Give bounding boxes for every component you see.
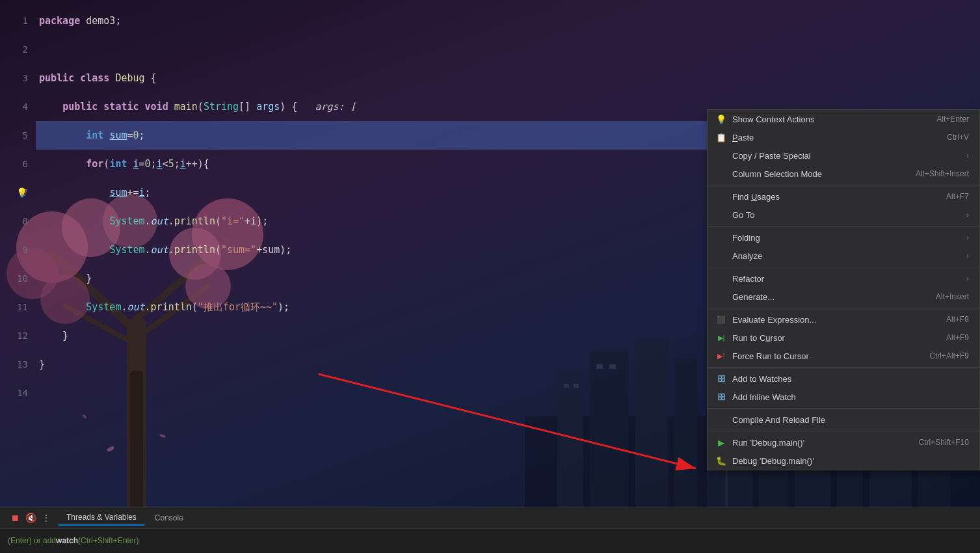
separator-3 <box>708 267 979 267</box>
go-to-label: Go To <box>732 210 754 220</box>
run-to-cursor-shortcut: Alt+F9 <box>946 333 969 342</box>
copy-paste-special-icon <box>715 150 727 161</box>
generate-icon <box>715 291 727 303</box>
menu-item-column-selection[interactable]: Column Selection Mode Alt+Shift+Insert <box>708 165 979 183</box>
debug-debug-main-label: Debug 'Debug.main()' <box>732 456 814 466</box>
bottom-icons[interactable]: ⏹ 🔇 ⋮ <box>5 512 56 524</box>
evaluate-icon: ⬛ <box>715 314 727 325</box>
copy-paste-special-arrow: › <box>966 152 969 159</box>
add-inline-watch-label: Add Inline Watch <box>732 392 796 402</box>
separator-6 <box>708 408 979 409</box>
column-selection-shortcut: Alt+Shift+Insert <box>916 169 969 178</box>
analyze-arrow: › <box>966 252 969 260</box>
menu-item-show-context-actions[interactable]: 💡 Show Context Actions Alt+Enter <box>708 110 979 128</box>
tab-console[interactable]: Console <box>147 511 191 525</box>
show-context-actions-shortcut: Alt+Enter <box>936 115 969 124</box>
line-number-1: 1 <box>0 7 28 35</box>
line-number-6: 6 <box>0 150 28 178</box>
line-number-2: 2 <box>0 35 28 64</box>
go-to-arrow: › <box>966 211 969 219</box>
run-debug-main-shortcut: Ctrl+Shift+F10 <box>919 438 969 447</box>
menu-item-run-to-cursor[interactable]: ▶| Run to Cursor Alt+F9 <box>708 329 979 347</box>
line-number-5: 5 <box>0 121 28 150</box>
folding-label: Folding <box>732 233 760 243</box>
context-menu[interactable]: 💡 Show Context Actions Alt+Enter 📋 Paste… <box>707 109 980 470</box>
line-number-10: 10 <box>0 264 28 293</box>
menu-item-refactor[interactable]: Refactor › <box>708 269 979 288</box>
refactor-label: Refactor <box>732 274 764 284</box>
copy-paste-special-label: Copy / Paste Special <box>732 151 811 161</box>
tab-threads-variables[interactable]: Threads & Variables <box>59 510 144 526</box>
status-text: (Enter) or add <box>8 536 56 545</box>
show-context-actions-label: Show Context Actions <box>732 115 814 124</box>
menu-item-debug-debug-main[interactable]: 🐛 Debug 'Debug.main()' <box>708 452 979 470</box>
evaluate-shortcut: Alt+F8 <box>946 315 969 324</box>
force-run-icon: ▶! <box>715 350 727 362</box>
go-to-icon <box>715 209 727 221</box>
line-number-13: 13 <box>0 350 28 379</box>
column-selection-label: Column Selection Mode <box>732 169 822 179</box>
separator-1 <box>708 185 979 185</box>
analyze-icon <box>715 250 727 262</box>
menu-item-find-usages[interactable]: Find Usages Alt+F7 <box>708 187 979 206</box>
code-line-2 <box>36 35 980 64</box>
run-to-cursor-icon: ▶| <box>715 332 727 344</box>
status-bold: watch <box>56 536 78 545</box>
menu-item-evaluate-expression[interactable]: ⬛ Evaluate Expression... Alt+F8 <box>708 310 979 329</box>
code-line-3: public class Debug { <box>36 64 980 92</box>
line-number-9: 9 <box>0 236 28 264</box>
force-run-label: Force Run to Cursor <box>732 351 809 361</box>
analyze-label: Analyze <box>732 251 762 261</box>
line-number-14: 14 <box>0 379 28 407</box>
menu-item-copy-paste-special[interactable]: Copy / Paste Special › <box>708 146 979 165</box>
bottom-tabs[interactable]: ⏹ 🔇 ⋮ Threads & Variables Console <box>0 508 980 529</box>
line-number-4: ▶ 4 <box>0 92 28 121</box>
menu-item-generate[interactable]: Generate... Alt+Insert <box>708 288 979 306</box>
evaluate-expression-label: Evaluate Expression... <box>732 315 816 325</box>
menu-item-analyze[interactable]: Analyze › <box>708 247 979 265</box>
bottom-status: (Enter) or add watch (Ctrl+Shift+Enter) <box>0 529 980 553</box>
add-inline-watch-icon: ⊞ <box>715 391 727 403</box>
add-watches-icon: ⊞ <box>715 373 727 384</box>
menu-item-force-run-to-cursor[interactable]: ▶! Force Run to Cursor Ctrl+Alt+F9 <box>708 347 979 365</box>
run-debug-main-label: Run 'Debug.main()' <box>732 438 804 448</box>
menu-item-compile-reload[interactable]: Compile And Reload File <box>708 411 979 429</box>
code-line-1: package demo3; <box>36 7 980 35</box>
line-number-12: 12 <box>0 321 28 350</box>
status-suffix: (Ctrl+Shift+Enter) <box>78 536 139 545</box>
find-usages-icon <box>715 191 727 202</box>
menu-item-paste[interactable]: 📋 Paste Ctrl+V <box>708 128 979 146</box>
menu-item-folding[interactable]: Folding › <box>708 228 979 247</box>
find-usages-label: Find Usages <box>732 192 780 202</box>
separator-4 <box>708 308 979 308</box>
generate-label: Generate... <box>732 292 775 302</box>
debug-mute-icon[interactable]: 🔇 <box>25 512 36 524</box>
separator-7 <box>708 431 979 431</box>
separator-5 <box>708 367 979 368</box>
paste-icon: 📋 <box>715 131 727 143</box>
bottom-bar: ⏹ 🔇 ⋮ Threads & Variables Console (Enter… <box>0 507 980 553</box>
column-selection-icon <box>715 168 727 180</box>
separator-2 <box>708 226 979 226</box>
bulb-icon[interactable]: 💡 <box>16 178 27 207</box>
menu-item-go-to[interactable]: Go To › <box>708 206 979 224</box>
folding-icon <box>715 232 727 243</box>
compile-icon <box>715 414 727 425</box>
force-run-shortcut: Ctrl+Alt+F9 <box>929 351 969 360</box>
debug-more-icon[interactable]: ⋮ <box>40 512 52 524</box>
line-numbers: 1 2 ▶ 3 ▶ 4 5 6 7 8 <box>0 0 36 507</box>
run-debug-icon: ▶ <box>715 437 727 448</box>
debug-stop-icon[interactable]: ⏹ <box>9 512 21 524</box>
line-number-8: 8 <box>0 207 28 236</box>
paste-shortcut: Ctrl+V <box>947 133 969 142</box>
menu-item-add-inline-watch[interactable]: ⊞ Add Inline Watch <box>708 388 979 406</box>
folding-arrow: › <box>966 234 969 241</box>
line-number-3: ▶ 3 <box>0 64 28 92</box>
refactor-arrow: › <box>966 275 969 282</box>
find-usages-shortcut: Alt+F7 <box>946 192 969 201</box>
menu-item-run-debug-main[interactable]: ▶ Run 'Debug.main()' Ctrl+Shift+F10 <box>708 433 979 452</box>
run-to-cursor-label: Run to Cursor <box>732 333 785 343</box>
context-actions-icon: 💡 <box>715 113 727 125</box>
paste-label: Paste <box>732 133 754 142</box>
menu-item-add-to-watches[interactable]: ⊞ Add to Watches <box>708 370 979 388</box>
